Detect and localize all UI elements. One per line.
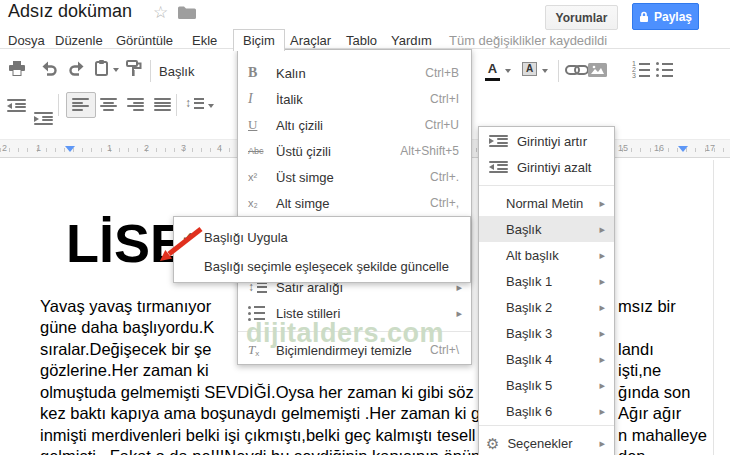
- red-annotation-arrow: [152, 220, 212, 268]
- paint-format-button[interactable]: [126, 60, 142, 76]
- menu-goruntule[interactable]: Görüntüle: [116, 33, 173, 48]
- menu-araclar[interactable]: Araçlar: [290, 33, 331, 48]
- doc-text: Ağır ağır: [618, 403, 681, 424]
- doc-text: ğında son: [618, 382, 690, 403]
- comments-button[interactable]: Yorumlar: [545, 5, 618, 30]
- doc-text-line[interactable]: inmişti merdivenleri belki işi çıkmıştı,…: [40, 425, 730, 446]
- ruler-number: 1: [107, 143, 112, 153]
- submenu-item-heading-4[interactable]: Başlık 4: [479, 346, 614, 372]
- print-button[interactable]: [8, 61, 26, 76]
- print-icon: [8, 61, 26, 76]
- menu-dosya[interactable]: Dosya: [8, 33, 45, 48]
- doc-text: Yavaş yavaş tırmanıyor: [40, 297, 211, 315]
- doc-text: n mahalleye: [618, 425, 707, 446]
- doc-text: olmuştuda gelmemişti SEVDİĞİ.Oysa her za…: [40, 383, 474, 401]
- menu-yardim[interactable]: Yardım: [391, 33, 432, 48]
- menu-separator: [479, 425, 614, 426]
- highlight-color-button[interactable]: [522, 62, 537, 76]
- ruler-number: 2: [144, 143, 149, 153]
- text-color-dropdown-arrow[interactable]: [505, 69, 511, 73]
- submenu-item-label: Girintiyi azalt: [517, 160, 591, 175]
- comments-button-label: Yorumlar: [556, 11, 608, 25]
- increase-indent-button[interactable]: [34, 112, 53, 125]
- line-spacing-dropdown-arrow[interactable]: [208, 104, 214, 108]
- menu-bicim-open[interactable]: Biçim: [233, 29, 285, 51]
- submenu-item-label: Seçenekler: [499, 436, 572, 451]
- menu-item-underline[interactable]: Altı çizili Ctrl+U: [238, 112, 471, 138]
- redo-button[interactable]: [68, 61, 86, 76]
- menu-item-strikethrough[interactable]: Üstü çizili Alt+Shift+5: [238, 138, 471, 164]
- line-spacing-button[interactable]: [185, 97, 204, 109]
- popup-item-apply-title[interactable]: Başlığı Uygula: [174, 224, 470, 250]
- submenu-item-heading-6[interactable]: Başlık 6: [479, 398, 614, 424]
- submenu-item-heading-5[interactable]: Başlık 5: [479, 372, 614, 398]
- toolbar-separator: [150, 60, 151, 82]
- highlight-dropdown-arrow[interactable]: [542, 69, 548, 73]
- underline-icon: [238, 117, 276, 133]
- left-indent-marker[interactable]: [65, 146, 75, 152]
- paste-dropdown-arrow[interactable]: [113, 68, 119, 72]
- align-justify-button[interactable]: [154, 98, 171, 111]
- align-right-button[interactable]: [127, 98, 144, 111]
- toolbar-separator: [558, 60, 559, 82]
- star-icon[interactable]: [153, 2, 168, 23]
- right-indent-marker[interactable]: [678, 146, 688, 152]
- menu-duzenle[interactable]: Düzenle: [55, 33, 103, 48]
- insert-image-button[interactable]: [588, 63, 607, 77]
- menu-item-label: İtalik: [276, 92, 303, 107]
- title-style-popup: Başlığı Uygula Başlığı seçimle eşleşecek…: [173, 216, 471, 283]
- bullet-list-button[interactable]: [656, 62, 673, 77]
- submenu-item-title[interactable]: Başlık: [479, 216, 614, 242]
- submenu-item-normal-text[interactable]: Normal Metin: [479, 190, 614, 216]
- submenu-item-subtitle[interactable]: Alt başlık: [479, 242, 614, 268]
- submenu-item-label: Başlık 1: [506, 274, 552, 289]
- menu-item-italic[interactable]: İtalik Ctrl+I: [238, 86, 471, 112]
- menu-item-label: Kalın: [276, 66, 306, 81]
- styles-dropdown[interactable]: Başlık: [159, 64, 194, 79]
- document-title[interactable]: Adsız doküman: [8, 1, 132, 22]
- doc-text: sıralar.Değişecek bir şe: [40, 340, 212, 358]
- decrease-indent-button[interactable]: [7, 99, 26, 112]
- menu-item-superscript[interactable]: Üst simge Ctrl+.: [238, 164, 471, 190]
- paste-button[interactable]: [95, 60, 108, 76]
- ruler-number: 17: [705, 143, 715, 153]
- folder-icon[interactable]: [178, 6, 196, 19]
- doc-text-line[interactable]: kez baktı kapıya ama boşunaydı gelmemişt…: [40, 403, 730, 424]
- doc-text: den: [618, 446, 646, 455]
- submenu-item-label: Başlık 2: [506, 300, 552, 315]
- doc-text-line[interactable]: gelmişti...Fakat o da ne!!!Neydi bu sevd…: [40, 446, 730, 455]
- doc-text: gelmişti...Fakat o da ne!!!Neydi bu sevd…: [40, 447, 480, 455]
- insert-link-button[interactable]: [565, 65, 589, 75]
- numbered-list-button[interactable]: 1 2 3: [632, 62, 650, 77]
- submenu-item-label: Başlık 4: [506, 352, 552, 367]
- submenu-item-decrease-indent[interactable]: Girintiyi azalt: [479, 154, 614, 180]
- ruler-number: 4: [217, 143, 222, 153]
- google-docs-window: Adsız doküman Yorumlar Paylaş Dosya Düze…: [0, 0, 730, 455]
- toolbar-separator: [58, 94, 59, 116]
- doc-text: işti,ne: [618, 360, 661, 381]
- popup-item-label: Başlığı Uygula: [204, 230, 288, 245]
- doc-text: güne daha başlıyordu.K: [40, 318, 214, 336]
- menu-ekle[interactable]: Ekle: [192, 33, 217, 48]
- submenu-item-increase-indent[interactable]: Girintiyi artır: [479, 128, 614, 154]
- align-left-button[interactable]: [72, 98, 89, 111]
- menu-item-label: Altı çizili: [276, 118, 323, 133]
- undo-button[interactable]: [40, 61, 58, 76]
- submenu-item-heading-3[interactable]: Başlık 3: [479, 320, 614, 346]
- text-color-button[interactable]: [485, 61, 500, 81]
- submenu-item-heading-1[interactable]: Başlık 1: [479, 268, 614, 294]
- share-button[interactable]: Paylaş: [632, 3, 699, 30]
- menu-bicim-label: Biçim: [243, 33, 275, 48]
- popup-item-update-title[interactable]: Başlığı seçimle eşleşecek şekilde güncel…: [174, 253, 470, 279]
- shortcut: Ctrl+B: [425, 66, 471, 80]
- submenu-item-options[interactable]: Seçenekler: [479, 430, 614, 455]
- menu-item-label: Üst simge: [276, 170, 334, 185]
- menu-item-subscript[interactable]: Alt simge Ctrl+,: [238, 190, 471, 216]
- menu-tablo[interactable]: Tablo: [346, 33, 377, 48]
- menu-item-bold[interactable]: Kalın Ctrl+B: [238, 60, 471, 86]
- share-button-label: Paylaş: [654, 10, 692, 24]
- submenu-item-label: Girintiyi artır: [517, 134, 587, 149]
- doc-text-line[interactable]: olmuştuda gelmemişti SEVDİĞİ.Oysa her za…: [40, 382, 730, 403]
- submenu-item-heading-2[interactable]: Başlık 2: [479, 294, 614, 320]
- align-center-button[interactable]: [100, 98, 117, 111]
